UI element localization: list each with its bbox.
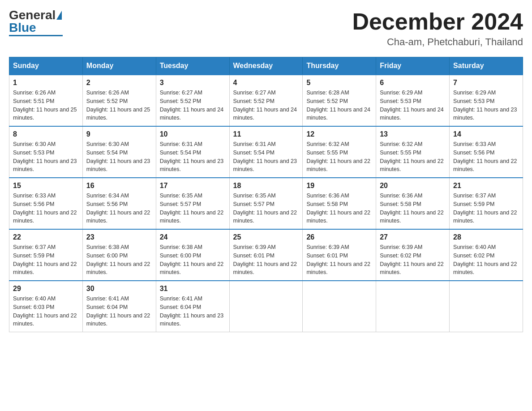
week-row-3: 15 Sunrise: 6:33 AMSunset: 5:56 PMDaylig…: [9, 178, 523, 229]
day-info: Sunrise: 6:33 AMSunset: 5:56 PMDaylight:…: [13, 192, 79, 225]
weekday-header-monday: Monday: [82, 57, 156, 75]
day-info: Sunrise: 6:39 AMSunset: 6:01 PMDaylight:…: [233, 243, 299, 277]
day-info: Sunrise: 6:36 AMSunset: 5:58 PMDaylight:…: [306, 192, 372, 225]
day-info: Sunrise: 6:41 AMSunset: 6:04 PMDaylight:…: [86, 295, 152, 328]
calendar-cell: [450, 281, 523, 332]
calendar-cell: 4 Sunrise: 6:27 AMSunset: 5:52 PMDayligh…: [229, 75, 303, 126]
day-number: 13: [380, 130, 446, 138]
weekday-header-thursday: Thursday: [303, 57, 376, 75]
day-number: 15: [13, 182, 79, 190]
calendar-cell: 26 Sunrise: 6:39 AMSunset: 6:01 PMDaylig…: [303, 229, 376, 281]
day-info: Sunrise: 6:35 AMSunset: 5:57 PMDaylight:…: [233, 192, 299, 225]
day-number: 20: [380, 182, 446, 190]
week-row-2: 8 Sunrise: 6:30 AMSunset: 5:53 PMDayligh…: [9, 126, 523, 178]
day-number: 1: [13, 79, 79, 87]
day-number: 7: [453, 79, 519, 87]
calendar-cell: 8 Sunrise: 6:30 AMSunset: 5:53 PMDayligh…: [9, 126, 83, 178]
day-info: Sunrise: 6:36 AMSunset: 5:58 PMDaylight:…: [380, 192, 446, 225]
calendar-cell: [303, 281, 376, 332]
day-info: Sunrise: 6:31 AMSunset: 5:54 PMDaylight:…: [160, 140, 226, 174]
day-number: 17: [160, 182, 226, 190]
day-number: 10: [160, 130, 226, 138]
day-number: 31: [160, 285, 226, 293]
day-number: 9: [86, 130, 152, 138]
day-info: Sunrise: 6:35 AMSunset: 5:57 PMDaylight:…: [160, 192, 226, 225]
day-number: 6: [380, 79, 446, 87]
day-info: Sunrise: 6:28 AMSunset: 5:52 PMDaylight:…: [306, 89, 372, 122]
day-number: 28: [453, 233, 519, 241]
calendar-cell: 10 Sunrise: 6:31 AMSunset: 5:54 PMDaylig…: [156, 126, 229, 178]
calendar-cell: 25 Sunrise: 6:39 AMSunset: 6:01 PMDaylig…: [229, 229, 303, 281]
day-number: 18: [233, 182, 299, 190]
calendar-cell: 20 Sunrise: 6:36 AMSunset: 5:58 PMDaylig…: [376, 178, 450, 229]
day-info: Sunrise: 6:38 AMSunset: 6:00 PMDaylight:…: [86, 243, 152, 277]
day-number: 26: [306, 233, 372, 241]
day-number: 24: [160, 233, 226, 241]
day-number: 14: [453, 130, 519, 138]
day-number: 27: [380, 233, 446, 241]
day-number: 11: [233, 130, 299, 138]
weekday-header-tuesday: Tuesday: [156, 57, 229, 75]
day-number: 3: [160, 79, 226, 87]
week-row-5: 29 Sunrise: 6:40 AMSunset: 6:03 PMDaylig…: [9, 281, 523, 332]
day-number: 21: [453, 182, 519, 190]
logo-triangle-icon: [56, 11, 62, 20]
day-number: 19: [306, 182, 372, 190]
day-number: 29: [13, 285, 79, 293]
logo-blue-text: Blue: [9, 21, 36, 34]
day-info: Sunrise: 6:31 AMSunset: 5:54 PMDaylight:…: [233, 140, 299, 174]
day-info: Sunrise: 6:32 AMSunset: 5:55 PMDaylight:…: [380, 140, 446, 174]
calendar-cell: 31 Sunrise: 6:41 AMSunset: 6:04 PMDaylig…: [156, 281, 229, 332]
calendar-cell: [229, 281, 303, 332]
calendar-cell: 13 Sunrise: 6:32 AMSunset: 5:55 PMDaylig…: [376, 126, 450, 178]
day-info: Sunrise: 6:27 AMSunset: 5:52 PMDaylight:…: [233, 89, 299, 122]
day-number: 8: [13, 130, 79, 138]
day-number: 5: [306, 79, 372, 87]
weekday-header-row: SundayMondayTuesdayWednesdayThursdayFrid…: [9, 57, 523, 75]
calendar-cell: 1 Sunrise: 6:26 AMSunset: 5:51 PMDayligh…: [9, 75, 83, 126]
day-number: 22: [13, 233, 79, 241]
day-info: Sunrise: 6:34 AMSunset: 5:56 PMDaylight:…: [86, 192, 152, 225]
calendar-cell: 6 Sunrise: 6:29 AMSunset: 5:53 PMDayligh…: [376, 75, 450, 126]
week-row-1: 1 Sunrise: 6:26 AMSunset: 5:51 PMDayligh…: [9, 75, 523, 126]
day-info: Sunrise: 6:27 AMSunset: 5:52 PMDaylight:…: [160, 89, 226, 122]
logo-underline: [9, 35, 63, 36]
day-number: 12: [306, 130, 372, 138]
page-header: General Blue December 2024 Cha-am, Phetc…: [9, 9, 523, 48]
calendar-table: SundayMondayTuesdayWednesdayThursdayFrid…: [9, 57, 523, 332]
day-number: 4: [233, 79, 299, 87]
day-info: Sunrise: 6:38 AMSunset: 6:00 PMDaylight:…: [160, 243, 226, 277]
logo: General Blue: [9, 9, 63, 36]
day-info: Sunrise: 6:40 AMSunset: 6:02 PMDaylight:…: [453, 243, 519, 277]
calendar-cell: 7 Sunrise: 6:29 AMSunset: 5:53 PMDayligh…: [450, 75, 523, 126]
weekday-header-wednesday: Wednesday: [229, 57, 303, 75]
day-number: 2: [86, 79, 152, 87]
logo-general-text: General: [9, 9, 56, 21]
calendar-cell: 11 Sunrise: 6:31 AMSunset: 5:54 PMDaylig…: [229, 126, 303, 178]
day-info: Sunrise: 6:39 AMSunset: 6:02 PMDaylight:…: [380, 243, 446, 277]
weekday-header-saturday: Saturday: [450, 57, 523, 75]
day-number: 16: [86, 182, 152, 190]
day-info: Sunrise: 6:33 AMSunset: 5:56 PMDaylight:…: [453, 140, 519, 174]
month-title: December 2024: [352, 9, 523, 34]
calendar-cell: [376, 281, 450, 332]
calendar-cell: 2 Sunrise: 6:26 AMSunset: 5:52 PMDayligh…: [82, 75, 156, 126]
calendar-cell: 3 Sunrise: 6:27 AMSunset: 5:52 PMDayligh…: [156, 75, 229, 126]
day-info: Sunrise: 6:29 AMSunset: 5:53 PMDaylight:…: [380, 89, 446, 122]
day-info: Sunrise: 6:41 AMSunset: 6:04 PMDaylight:…: [160, 295, 226, 328]
calendar-cell: 14 Sunrise: 6:33 AMSunset: 5:56 PMDaylig…: [450, 126, 523, 178]
day-info: Sunrise: 6:30 AMSunset: 5:53 PMDaylight:…: [13, 140, 79, 174]
calendar-cell: 9 Sunrise: 6:30 AMSunset: 5:54 PMDayligh…: [82, 126, 156, 178]
calendar-cell: 5 Sunrise: 6:28 AMSunset: 5:52 PMDayligh…: [303, 75, 376, 126]
calendar-cell: 17 Sunrise: 6:35 AMSunset: 5:57 PMDaylig…: [156, 178, 229, 229]
day-info: Sunrise: 6:37 AMSunset: 5:59 PMDaylight:…: [453, 192, 519, 225]
week-row-4: 22 Sunrise: 6:37 AMSunset: 5:59 PMDaylig…: [9, 229, 523, 281]
calendar-cell: 27 Sunrise: 6:39 AMSunset: 6:02 PMDaylig…: [376, 229, 450, 281]
day-number: 25: [233, 233, 299, 241]
weekday-header-friday: Friday: [376, 57, 450, 75]
day-number: 23: [86, 233, 152, 241]
calendar-cell: 15 Sunrise: 6:33 AMSunset: 5:56 PMDaylig…: [9, 178, 83, 229]
day-info: Sunrise: 6:26 AMSunset: 5:51 PMDaylight:…: [13, 89, 79, 122]
day-info: Sunrise: 6:30 AMSunset: 5:54 PMDaylight:…: [86, 140, 152, 174]
day-info: Sunrise: 6:32 AMSunset: 5:55 PMDaylight:…: [306, 140, 372, 174]
